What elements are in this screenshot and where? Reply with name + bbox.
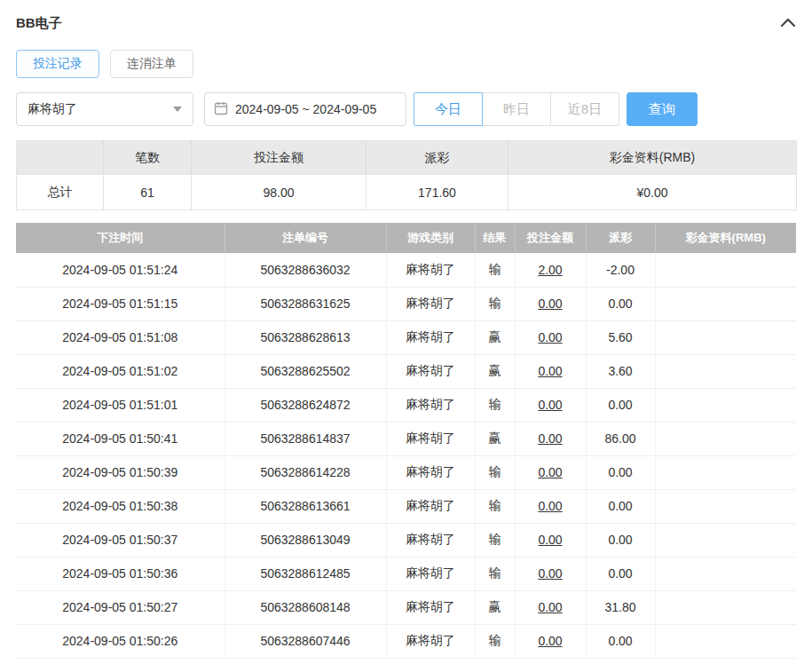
cell-payout: 0.00 (586, 523, 655, 557)
cell-game-type: 麻将胡了 (386, 557, 475, 590)
header-bonus: 彩金资料(RMB) (655, 223, 796, 253)
cell-bonus (655, 388, 796, 422)
tab-cancelled-orders[interactable]: 连消注单 (110, 50, 193, 78)
table-row: 2024-09-05 01:50:275063288608148麻将胡了赢0.0… (16, 590, 796, 624)
table-row: 2024-09-05 01:51:245063288636032麻将胡了输2.0… (16, 253, 796, 287)
summary-table: 笔数 投注金额 派彩 彩金资料(RMB) 总计 61 98.00 171.60 … (16, 140, 797, 210)
cell-result: 输 (475, 253, 515, 287)
bet-amount-link[interactable]: 0.00 (515, 557, 586, 590)
cell-game-type: 麻将胡了 (386, 354, 475, 388)
cell-payout: 5.60 (586, 320, 655, 354)
bet-amount-link[interactable]: 0.00 (515, 388, 586, 422)
summary-header-payout: 派彩 (367, 141, 508, 175)
cell-bonus (655, 557, 796, 590)
cell-result: 输 (475, 287, 515, 320)
cell-bonus (655, 455, 796, 489)
cell-game-type: 麻将胡了 (386, 320, 475, 354)
cell-game-type: 麻将胡了 (386, 388, 475, 422)
cell-result: 输 (475, 489, 515, 523)
collapse-button[interactable] (780, 16, 796, 30)
cell-bonus (655, 523, 796, 557)
cell-game-type: 麻将胡了 (386, 253, 475, 287)
table-row: 2024-09-05 01:50:415063288614837麻将胡了赢0.0… (16, 422, 796, 455)
bet-amount-link[interactable]: 0.00 (515, 489, 586, 523)
bet-amount-link[interactable]: 0.00 (515, 590, 586, 624)
cell-bet-time: 2024-09-05 01:50:41 (16, 422, 225, 455)
bet-amount-link[interactable]: 0.00 (515, 287, 586, 320)
last8days-button[interactable]: 近8日 (550, 92, 619, 126)
cell-order-id: 5063288631625 (225, 287, 386, 320)
header-result: 结果 (475, 223, 515, 253)
cell-result: 输 (475, 557, 515, 590)
today-button[interactable]: 今日 (414, 92, 483, 126)
panel-header: BB电子 (16, 9, 796, 37)
search-button[interactable]: 查询 (627, 92, 698, 126)
cell-payout: 0.00 (586, 557, 655, 590)
bet-amount-link[interactable]: 0.00 (515, 354, 586, 388)
table-row: 2024-09-05 01:50:395063288614228麻将胡了输0.0… (16, 455, 796, 489)
yesterday-button[interactable]: 昨日 (482, 92, 551, 126)
table-row: 2024-09-05 01:51:085063288628613麻将胡了赢0.0… (16, 320, 796, 354)
bet-table-header-row: 下注时间 注单编号 游戏类别 结果 投注金额 派彩 彩金资料(RMB) (16, 223, 796, 253)
cell-payout: 0.00 (586, 489, 655, 523)
cell-bet-time: 2024-09-05 01:50:38 (16, 489, 225, 523)
cell-payout: 31.80 (586, 590, 655, 624)
bet-table: 下注时间 注单编号 游戏类别 结果 投注金额 派彩 彩金资料(RMB) 2024… (16, 223, 796, 659)
bet-table-body: 2024-09-05 01:51:245063288636032麻将胡了输2.0… (16, 253, 796, 658)
cell-order-id: 5063288607446 (225, 624, 386, 658)
cell-bonus (655, 354, 796, 388)
cell-order-id: 5063288612485 (225, 557, 386, 590)
header-bet-amount: 投注金额 (515, 223, 586, 253)
game-select[interactable]: 麻将胡了 (16, 92, 193, 126)
summary-header-row: 笔数 投注金额 派彩 彩金资料(RMB) (17, 141, 797, 175)
cell-result: 赢 (475, 354, 515, 388)
bet-amount-link[interactable]: 0.00 (515, 422, 586, 455)
summary-total-payout: 171.60 (367, 175, 508, 210)
quick-date-group: 今日 昨日 近8日 (414, 92, 619, 126)
cell-bet-time: 2024-09-05 01:51:08 (16, 320, 225, 354)
cell-bonus (655, 489, 796, 523)
header-order-id: 注单编号 (225, 223, 386, 253)
cell-payout: 0.00 (586, 455, 655, 489)
table-row: 2024-09-05 01:51:025063288625502麻将胡了赢0.0… (16, 354, 796, 388)
cell-bonus (655, 422, 796, 455)
cell-bet-time: 2024-09-05 01:51:02 (16, 354, 225, 388)
cell-order-id: 5063288625502 (225, 354, 386, 388)
cell-game-type: 麻将胡了 (386, 590, 475, 624)
bet-amount-link[interactable]: 0.00 (515, 624, 586, 658)
date-range-input[interactable]: 2024-09-05 ~ 2024-09-05 (204, 92, 406, 126)
cell-bet-time: 2024-09-05 01:50:39 (16, 455, 225, 489)
bet-amount-link[interactable]: 0.00 (515, 523, 586, 557)
bet-records-panel: BB电子 投注记录 连消注单 麻将胡了 2024-09-05 ~ 2 (0, 0, 812, 659)
header-game-type: 游戏类别 (386, 223, 475, 253)
summary-total-row: 总计 61 98.00 171.60 ¥0.00 (17, 175, 797, 210)
game-select-value: 麻将胡了 (28, 101, 77, 117)
tab-bet-records[interactable]: 投注记录 (16, 50, 99, 78)
date-range-value: 2024-09-05 ~ 2024-09-05 (235, 102, 376, 116)
cell-bet-time: 2024-09-05 01:50:27 (16, 590, 225, 624)
table-row: 2024-09-05 01:50:385063288613661麻将胡了输0.0… (16, 489, 796, 523)
panel-title: BB电子 (16, 15, 62, 32)
cell-order-id: 5063288628613 (225, 320, 386, 354)
bet-amount-link[interactable]: 0.00 (515, 320, 586, 354)
cell-result: 输 (475, 388, 515, 422)
summary-header-bet: 投注金额 (192, 141, 367, 175)
cell-order-id: 5063288636032 (225, 253, 386, 287)
bet-amount-link[interactable]: 0.00 (515, 455, 586, 489)
chevron-down-icon (173, 107, 182, 112)
table-row: 2024-09-05 01:51:155063288631625麻将胡了输0.0… (16, 287, 796, 320)
cell-result: 输 (475, 624, 515, 658)
cell-payout: 3.60 (586, 354, 655, 388)
cell-payout: 86.00 (586, 422, 655, 455)
summary-header-bonus: 彩金资料(RMB) (508, 141, 797, 175)
cell-game-type: 麻将胡了 (386, 287, 475, 320)
summary-total-bet: 98.00 (192, 175, 367, 210)
tab-bar: 投注记录 连消注单 (16, 50, 796, 78)
cell-bonus (655, 624, 796, 658)
cell-bonus (655, 287, 796, 320)
bet-amount-link[interactable]: 2.00 (515, 253, 586, 287)
cell-bonus (655, 320, 796, 354)
cell-order-id: 5063288624872 (225, 388, 386, 422)
cell-payout: -2.00 (586, 253, 655, 287)
cell-order-id: 5063288613661 (225, 489, 386, 523)
